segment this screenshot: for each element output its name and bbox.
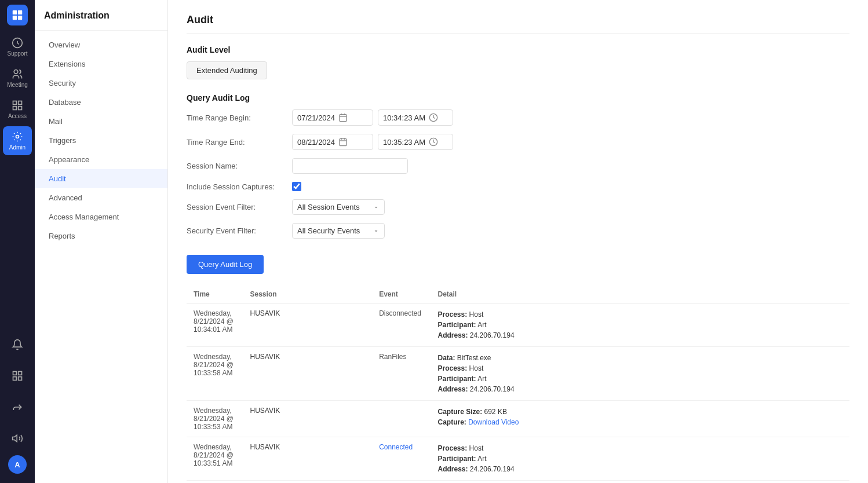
svg-rect-6 <box>13 101 17 105</box>
sidebar-item-appearance[interactable]: Appearance <box>35 150 167 169</box>
cell-event: Disconnected <box>372 303 431 347</box>
cell-detail: Host: ArtData: (UrlLaunch) Mozilla/5.0 (… <box>431 481 850 484</box>
svg-rect-12 <box>19 372 22 375</box>
svg-rect-14 <box>19 377 22 380</box>
sidebar-title: Administration <box>35 0 167 31</box>
svg-rect-21 <box>340 139 347 146</box>
download-video-link[interactable]: Download Video <box>468 418 519 426</box>
sidebar-item-audit[interactable]: Audit <box>35 169 167 188</box>
col-time: Time <box>187 286 243 303</box>
time-range-end-date[interactable]: 08/21/2024 <box>292 134 373 150</box>
audit-level-section-title: Audit Level <box>187 45 849 54</box>
announcements-button[interactable] <box>3 424 32 453</box>
time-range-end-controls: 08/21/2024 10:35:23 AM <box>292 134 453 150</box>
cell-time: Wednesday, 8/21/2024 @ 10:33:51 AM <box>187 437 243 481</box>
user-avatar[interactable]: A <box>8 455 27 474</box>
svg-rect-1 <box>18 10 22 14</box>
table-row: Wednesday, 8/21/2024 @ 10:33:58 AMHUSAVI… <box>187 347 849 401</box>
svg-rect-0 <box>13 10 17 14</box>
session-name-row: Session Name: <box>187 158 849 174</box>
cell-time: Wednesday, 8/21/2024 @ 10:34:01 AM <box>187 303 243 347</box>
cell-time: Wednesday, 8/21/2024 @ 10:33:53 AM <box>187 401 243 437</box>
svg-rect-3 <box>18 16 22 20</box>
session-event-filter-label: Session Event Filter: <box>187 203 285 211</box>
svg-rect-9 <box>19 107 22 110</box>
time-range-begin-date[interactable]: 07/21/2024 <box>292 109 373 126</box>
svg-rect-2 <box>13 16 17 20</box>
icon-bar: Support Meeting Access Admin A <box>0 0 35 483</box>
cell-session: HUSAVIK <box>243 303 373 347</box>
share-button[interactable] <box>3 393 32 422</box>
time-range-begin-label: Time Range Begin: <box>187 114 285 122</box>
audit-table: Time Session Event Detail Wednesday, 8/2… <box>187 286 849 483</box>
sidebar-item-access[interactable]: Access <box>3 95 32 124</box>
sidebar-item-support[interactable]: Support <box>3 32 32 61</box>
svg-rect-16 <box>340 115 347 122</box>
include-captures-checkbox[interactable] <box>292 182 301 191</box>
cell-event <box>372 401 431 437</box>
cell-event: InitiatedJoin <box>372 481 431 484</box>
table-row: Wednesday, 8/21/2024 @ 10:34:01 AMHUSAVI… <box>187 303 849 347</box>
app-logo[interactable] <box>7 5 28 25</box>
cell-event: RanFiles <box>372 347 431 401</box>
cell-session: HUSAVIK <box>243 347 373 401</box>
time-range-end-time[interactable]: 10:35:23 AM <box>378 134 453 150</box>
session-name-label: Session Name: <box>187 162 285 170</box>
svg-point-5 <box>14 70 18 74</box>
table-row: Wednesday, 8/21/2024 @ 10:33:49 AMHUSAVI… <box>187 481 849 484</box>
sidebar: Administration Overview Extensions Secur… <box>35 0 168 483</box>
svg-marker-15 <box>13 435 17 442</box>
col-detail: Detail <box>431 286 850 303</box>
cell-time: Wednesday, 8/21/2024 @ 10:33:49 AM <box>187 481 243 484</box>
sidebar-item-extensions[interactable]: Extensions <box>35 54 167 74</box>
icon-bar-bottom: A <box>3 330 32 478</box>
sidebar-item-reports[interactable]: Reports <box>35 226 167 246</box>
table-row: Wednesday, 8/21/2024 @ 10:33:53 AMHUSAVI… <box>187 401 849 437</box>
svg-rect-8 <box>13 107 17 110</box>
svg-point-10 <box>16 136 19 138</box>
sidebar-item-triggers[interactable]: Triggers <box>35 131 167 150</box>
time-range-end-row: Time Range End: 08/21/2024 10:35:23 AM <box>187 134 849 150</box>
time-range-begin-time[interactable]: 10:34:23 AM <box>378 109 453 126</box>
svg-rect-13 <box>13 377 17 380</box>
query-audit-log-button[interactable]: Query Audit Log <box>187 255 264 274</box>
page-title: Audit <box>187 14 849 34</box>
sidebar-item-advanced[interactable]: Advanced <box>35 188 167 207</box>
svg-rect-11 <box>13 372 17 375</box>
notifications-button[interactable] <box>3 330 32 359</box>
security-event-filter-label: Security Event Filter: <box>187 226 285 235</box>
sidebar-menu: Overview Extensions Security Database Ma… <box>35 31 167 483</box>
session-event-filter-select[interactable]: All Session Events Connected Disconnecte… <box>292 199 385 215</box>
sidebar-item-admin[interactable]: Admin <box>3 126 32 155</box>
include-captures-label: Include Session Captures: <box>187 182 285 191</box>
svg-rect-7 <box>19 101 22 105</box>
session-event-filter-row: Session Event Filter: All Session Events… <box>187 199 849 215</box>
sidebar-item-overview[interactable]: Overview <box>35 35 167 54</box>
cell-event: Connected <box>372 437 431 481</box>
session-name-input[interactable] <box>292 158 408 174</box>
security-event-filter-select[interactable]: All Security Events <box>292 223 385 239</box>
table-row: Wednesday, 8/21/2024 @ 10:33:51 AMHUSAVI… <box>187 437 849 481</box>
dashboard-button[interactable] <box>3 361 32 390</box>
col-session: Session <box>243 286 373 303</box>
sidebar-item-mail[interactable]: Mail <box>35 112 167 131</box>
cell-detail: Data: BitTest.exeProcess: HostParticipan… <box>431 347 850 401</box>
time-range-begin-controls: 07/21/2024 10:34:23 AM <box>292 109 453 126</box>
query-section: Query Audit Log Time Range Begin: 07/21/… <box>187 93 849 239</box>
sidebar-item-security[interactable]: Security <box>35 74 167 93</box>
sidebar-item-database[interactable]: Database <box>35 93 167 112</box>
cell-detail: Process: HostParticipant: ArtAddress: 24… <box>431 303 850 347</box>
time-range-begin-row: Time Range Begin: 07/21/2024 10:34:23 AM <box>187 109 849 126</box>
cell-session: HUSAVIK <box>243 401 373 437</box>
cell-session: HUSAVIK <box>243 481 373 484</box>
cell-session: HUSAVIK <box>243 437 373 481</box>
cell-detail: Process: HostParticipant: ArtAddress: 24… <box>431 437 850 481</box>
time-range-end-label: Time Range End: <box>187 138 285 147</box>
sidebar-item-meeting[interactable]: Meeting <box>3 64 32 93</box>
sidebar-item-access-management[interactable]: Access Management <box>35 207 167 226</box>
icon-bar-top: Support Meeting Access Admin <box>3 32 32 330</box>
extended-auditing-button[interactable]: Extended Auditing <box>187 61 267 79</box>
cell-time: Wednesday, 8/21/2024 @ 10:33:58 AM <box>187 347 243 401</box>
include-captures-row: Include Session Captures: <box>187 182 849 191</box>
main-content: Audit Audit Level Extended Auditing Quer… <box>168 0 868 483</box>
